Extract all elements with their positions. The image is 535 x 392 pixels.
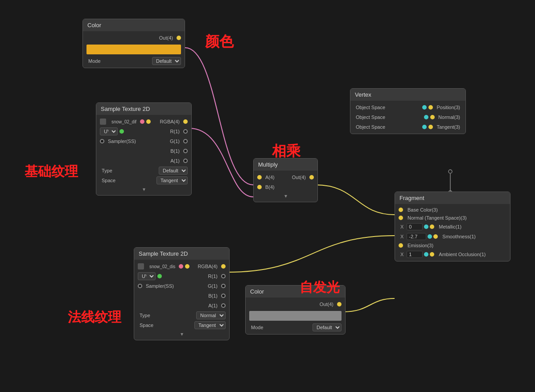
b-out-socket-top (183, 149, 188, 153)
emission-socket (399, 243, 403, 248)
color-node-top-header: Color (83, 19, 185, 31)
uv-select-bot[interactable]: UV0 (138, 272, 156, 280)
sample2d-top-b-row: B(1) (96, 146, 191, 156)
color-bot-out-row: Out(4) (246, 299, 345, 309)
sample2d-top-node: Sample Texture 2D snow_02_dif RGBA(4) UV… (96, 102, 192, 196)
vertex-node: Vertex Object Space Position(3) Object S… (350, 88, 466, 134)
annotation-faxian: 法线纹理 (68, 308, 121, 327)
vertex-normal-row: Object Space Normal(3) (350, 112, 465, 122)
fragment-emission-row: Emission(3) (395, 241, 510, 249)
color-top-out-row: Out(4) (83, 33, 185, 43)
uv-select-top[interactable]: UV0 (100, 127, 118, 135)
texture-thumb (100, 118, 106, 125)
texture-in-socket (140, 119, 144, 124)
svg-point-1 (449, 170, 452, 173)
space-row-top: Space Tangent (96, 176, 191, 185)
sampler-socket-top (100, 139, 104, 143)
fragment-smoothness-row: X Smoothness(1) (395, 232, 510, 241)
color-bot-bar[interactable] (249, 311, 342, 321)
space-select-top[interactable]: Tangent (156, 176, 188, 184)
annotation-color: 颜色 (205, 32, 234, 52)
fragment-node: Fragment Base Color(3) Normal (Tangent S… (395, 192, 510, 261)
multiply-a-socket (257, 175, 262, 180)
fragment-body: Base Color(3) Normal (Tangent Space)(3) … (395, 204, 510, 261)
annotation-jichu: 基础纹理 (25, 163, 78, 181)
fragment-ao-row: X Ambient Occlusion(1) (395, 249, 510, 259)
color-top-out-socket (177, 36, 181, 40)
sample2d-bot-texture-row: snow_02_dis RGBA(4) (134, 261, 229, 271)
multiply-b-row: B(4) (254, 182, 317, 192)
multiply-ab-row: A(4) Out(4) (254, 172, 317, 182)
a-out-socket-bot (221, 303, 226, 308)
expand-top[interactable]: ▾ (96, 185, 191, 193)
sample2d-bottom-body: snow_02_dis RGBA(4) UV0 R(1) (134, 260, 229, 340)
multiply-node: Multiply A(4) Out(4) B(4) ▾ (253, 158, 318, 202)
smoothness-out-socket (433, 234, 438, 239)
sample2d-bottom-node: Sample Texture 2D snow_02_dis RGBA(4) UV… (134, 247, 230, 340)
sample2d-top-a-row: A(1) (96, 156, 191, 166)
r-out-socket-bot (221, 274, 226, 278)
expand-bot[interactable]: ▾ (134, 330, 229, 338)
space-select-bot[interactable]: Tangent (194, 321, 226, 329)
smoothness-input[interactable] (407, 233, 426, 240)
multiply-header: Multiply (254, 159, 317, 171)
position-in-socket (422, 105, 427, 110)
color-bot-out-socket (337, 302, 342, 306)
vertex-header: Vertex (350, 89, 465, 101)
multiply-body: A(4) Out(4) B(4) ▾ (254, 171, 317, 202)
ao-socket (424, 252, 428, 257)
metallic-input[interactable] (407, 223, 423, 230)
fragment-normal-row: Normal (Tangent Space)(3) (395, 214, 510, 222)
ao-input[interactable] (407, 251, 423, 258)
sample2d-bot-uv-row: UV0 R(1) (134, 271, 229, 281)
tangent-in-socket (422, 125, 427, 129)
ao-out-socket (430, 252, 434, 257)
color-top-bar[interactable] (86, 45, 181, 54)
color-bot-mode-row: Mode Default (246, 323, 345, 332)
sample2d-bot-b-row: B(1) (134, 291, 229, 301)
b-out-socket-bot (221, 294, 226, 298)
color-top-mode-row: Mode Default (83, 56, 185, 66)
metallic-out-socket (430, 225, 434, 229)
color-node-bottom: Color Out(4) Mode Default (245, 285, 346, 335)
sample2d-top-header: Sample Texture 2D (96, 103, 191, 115)
uv-socket-bot (157, 274, 162, 278)
normal-out-socket (430, 115, 435, 119)
sample2d-bot-a-row: A(1) (134, 301, 229, 310)
type-select-top[interactable]: Default (159, 167, 188, 175)
space-row-bot: Space Tangent (134, 320, 229, 330)
fragment-metallic-row: X Metallic(1) (395, 222, 510, 232)
a-out-socket-top (183, 159, 188, 163)
smoothness-socket (428, 234, 432, 239)
color-top-mode-select[interactable]: Default (152, 57, 181, 65)
color-node-top-body: Out(4) Mode Default (83, 31, 185, 68)
color-node-top: Color Out(4) Mode Default (82, 19, 185, 68)
uv-socket-top (119, 129, 124, 134)
multiply-expand[interactable]: ▾ (254, 192, 317, 200)
multiply-out-socket (309, 175, 314, 180)
rgba-out-socket (183, 119, 188, 124)
vertex-position-row: Object Space Position(3) (350, 102, 465, 112)
type-select-bot[interactable]: Normal Default (196, 311, 226, 319)
normaltangent-socket (399, 216, 403, 220)
fragment-header: Fragment (395, 192, 510, 204)
vertex-body: Object Space Position(3) Object Space No… (350, 101, 465, 134)
type-row-bot: Type Normal Default (134, 310, 229, 320)
texture-in-socket2-bot (185, 264, 189, 269)
g-out-socket-top (183, 139, 188, 143)
sample2d-bottom-header: Sample Texture 2D (134, 248, 229, 260)
sample2d-bot-sampler-row: Sampler(SS) G(1) (134, 281, 229, 291)
metallic-socket (424, 225, 428, 229)
g-out-socket-bot (221, 284, 226, 288)
sample2d-top-sampler-row: Sampler(SS) G(1) (96, 136, 191, 146)
color-node-bottom-header: Color (246, 286, 345, 298)
color-bot-mode-select[interactable]: Default (313, 323, 342, 331)
sample2d-top-texture-row: snow_02_dif RGBA(4) (96, 117, 191, 127)
position-out-socket (428, 105, 433, 110)
multiply-b-socket (257, 185, 262, 189)
type-row-top: Type Default (96, 166, 191, 176)
normal-in-socket (424, 115, 428, 119)
tangent-out-socket (428, 125, 433, 129)
texture-thumb-bot (138, 263, 144, 270)
color-node-bottom-body: Out(4) Mode Default (246, 298, 345, 334)
